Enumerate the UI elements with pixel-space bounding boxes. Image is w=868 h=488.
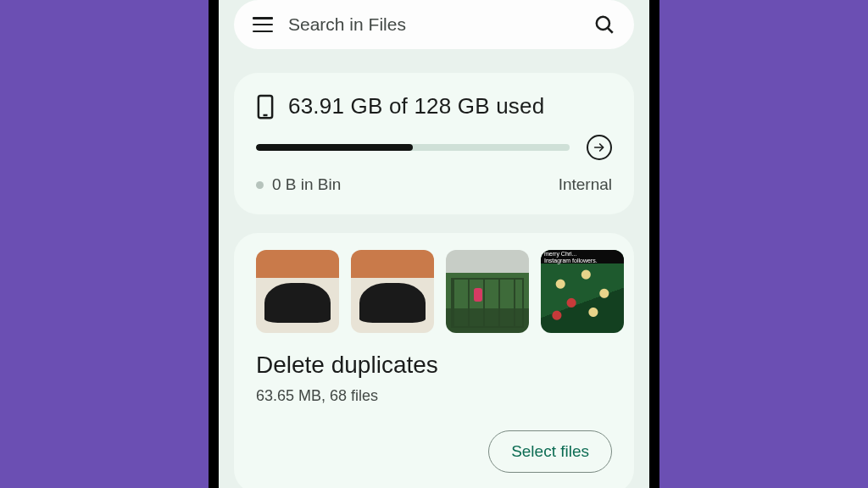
duplicates-subtitle: 63.65 MB, 68 files (256, 387, 612, 405)
dot-icon (256, 181, 264, 189)
app-screen: Search in Files 63.91 GB of 128 GB used (219, 0, 649, 488)
storage-location: Internal (559, 175, 612, 194)
search-input[interactable]: Search in Files (288, 14, 578, 35)
thumbnail[interactable] (446, 250, 529, 333)
duplicates-card: merry Chri... Instagram followers. Delet… (234, 233, 634, 488)
storage-card: 63.91 GB of 128 GB used 0 B in Bin (234, 73, 634, 214)
phone-icon (256, 94, 275, 119)
bin-text: 0 B in Bin (272, 175, 341, 194)
thumbnail[interactable] (256, 250, 339, 333)
select-files-button[interactable]: Select files (488, 430, 612, 473)
storage-progress (256, 144, 570, 151)
storage-details-button[interactable] (587, 135, 612, 160)
storage-progress-fill (256, 144, 413, 151)
thumbnail[interactable]: merry Chri... Instagram followers. (541, 250, 624, 333)
search-icon[interactable] (593, 14, 615, 36)
thumbnail-overlay-text: merry Chri... Instagram followers. (544, 251, 598, 264)
svg-line-1 (608, 28, 613, 33)
thumbnail-row: merry Chri... Instagram followers. (256, 250, 612, 333)
phone-frame: Search in Files 63.91 GB of 128 GB used (209, 0, 659, 488)
thumbnail[interactable] (351, 250, 434, 333)
svg-point-0 (597, 17, 609, 30)
storage-summary: 63.91 GB of 128 GB used (288, 93, 544, 119)
menu-icon[interactable] (253, 17, 273, 32)
bin-info: 0 B in Bin (256, 175, 341, 194)
search-bar[interactable]: Search in Files (234, 0, 634, 49)
duplicates-title: Delete duplicates (256, 352, 612, 379)
